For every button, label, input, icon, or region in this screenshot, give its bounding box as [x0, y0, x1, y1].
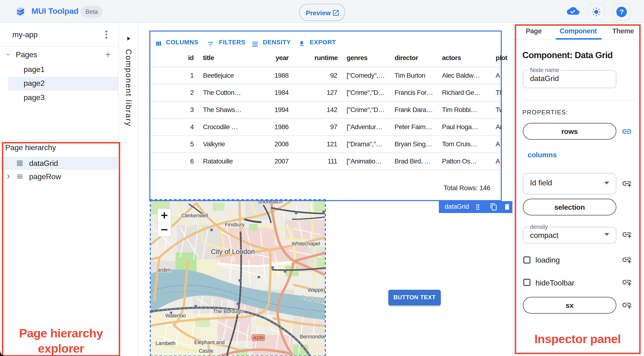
svg-text:arden: arden	[157, 267, 170, 273]
svg-text:Elephant and: Elephant and	[194, 339, 224, 345]
svg-text:The Borough: The Borough	[213, 308, 243, 314]
svg-text:Waterloo: Waterloo	[165, 312, 186, 318]
svg-text:Bermondse: Bermondse	[300, 333, 324, 339]
svg-text:Castle: Castle	[198, 348, 213, 354]
svg-text:Clerkenwell: Clerkenwell	[181, 212, 208, 218]
svg-text:Lambeth: Lambeth	[155, 340, 175, 346]
svg-text:Finsbury: Finsbury	[225, 221, 244, 227]
svg-text:A100: A100	[253, 335, 263, 340]
svg-text:Whitechapel: Whitechapel	[292, 240, 320, 246]
svg-text:City of London: City of London	[210, 248, 254, 255]
svg-text:Wapping: Wapping	[308, 287, 324, 293]
